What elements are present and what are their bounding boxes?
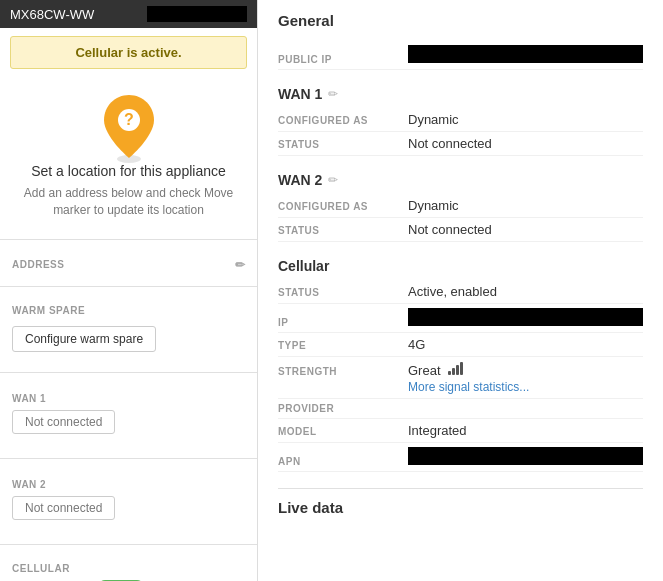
wan2-status-row: STATUS Not connected (278, 218, 643, 242)
cellular-type-val: 4G (408, 337, 643, 352)
divider-wan1 (0, 372, 257, 373)
cellular-status-label: STATUS (278, 287, 408, 298)
cellular-type-label: TYPE (278, 340, 408, 351)
wan2-status-label: STATUS (278, 225, 408, 236)
wan1-status-label: STATUS (278, 139, 408, 150)
cellular-strength-val: Great More signal statistics... (408, 361, 643, 394)
cellular-ip-row: IP (278, 304, 643, 333)
wan2-label: WAN 2 (0, 475, 257, 492)
cellular-strength-label: STRENGTH (278, 366, 408, 377)
cellular-type-row: TYPE 4G (278, 333, 643, 357)
cellular-provider-label: PROVIDER (278, 403, 408, 414)
cellular-apn-label: APN (278, 456, 408, 467)
wan1-configured-row: CONFIGURED AS Dynamic (278, 108, 643, 132)
cellular-model-label: MODEL (278, 426, 408, 437)
public-ip-label: PUBLIC IP (278, 54, 408, 65)
general-table: PUBLIC IP (278, 41, 643, 70)
cellular-status-val: Active, enabled (408, 284, 643, 299)
wan1-header: WAN 1 ✏ (278, 86, 643, 102)
svg-text:?: ? (124, 111, 134, 128)
location-section: ? Set a location for this appliance Add … (0, 77, 257, 229)
cellular-apn-row: APN (278, 443, 643, 472)
location-title: Set a location for this appliance (20, 163, 237, 179)
cellular-table: STATUS Active, enabled IP TYPE 4G STRENG… (278, 280, 643, 472)
general-title: General (278, 12, 643, 29)
cellular-ip-val (408, 308, 643, 326)
wan2-edit-icon[interactable]: ✏ (328, 173, 338, 187)
wan1-configured-val: Dynamic (408, 112, 643, 127)
cellular-apn-val (408, 447, 643, 465)
device-header: MX68CW-WW (0, 0, 257, 28)
cellular-status-row: Integrated Active (0, 576, 257, 581)
wan2-right-title: WAN 2 (278, 172, 322, 188)
wan1-configured-label: CONFIGURED AS (278, 115, 408, 126)
wan2-status-chip: Not connected (12, 496, 115, 520)
configure-warm-spare-button[interactable]: Configure warm spare (12, 326, 156, 352)
cellular-right-title: Cellular (278, 258, 643, 274)
wan2-status-val: Not connected (408, 222, 643, 237)
wan1-right-title: WAN 1 (278, 86, 322, 102)
divider-warm-spare (0, 286, 257, 287)
divider-address (0, 239, 257, 240)
address-label: ADDRESS ✏ (0, 250, 257, 276)
divider-wan2 (0, 458, 257, 459)
cellular-status-row: STATUS Active, enabled (278, 280, 643, 304)
wan1-edit-icon[interactable]: ✏ (328, 87, 338, 101)
strength-bars-icon (448, 361, 463, 375)
wan2-configured-val: Dynamic (408, 198, 643, 213)
cellular-model-row: MODEL Integrated (278, 419, 643, 443)
warm-spare-label: WARM SPARE (0, 297, 257, 320)
live-data-title: Live data (278, 499, 643, 516)
cellular-model-val: Integrated (408, 423, 643, 438)
cellular-strength-row: STRENGTH Great More signal statistics... (278, 357, 643, 399)
address-edit-icon[interactable]: ✏ (235, 258, 246, 272)
cellular-section: CELLULAR Integrated Active (0, 555, 257, 581)
right-panel: General PUBLIC IP WAN 1 ✏ CONFIGURED AS … (258, 0, 663, 581)
device-id-redacted (147, 6, 247, 22)
wan2-configured-row: CONFIGURED AS Dynamic (278, 194, 643, 218)
device-name: MX68CW-WW (10, 7, 94, 22)
wan1-table: CONFIGURED AS Dynamic STATUS Not connect… (278, 108, 643, 156)
wan1-section: WAN 1 Not connected (0, 383, 257, 448)
cellular-ip-label: IP (278, 317, 408, 328)
wan2-section: WAN 2 Not connected (0, 469, 257, 534)
wan2-configured-label: CONFIGURED AS (278, 201, 408, 212)
wan1-status-val: Not connected (408, 136, 643, 151)
public-ip-value (408, 45, 643, 63)
right-divider (278, 488, 643, 489)
location-icon: ? (99, 93, 159, 153)
left-panel: MX68CW-WW Cellular is active. ? Set a lo… (0, 0, 258, 581)
cellular-label: CELLULAR (0, 559, 257, 576)
wan2-header: WAN 2 ✏ (278, 172, 643, 188)
cellular-banner: Cellular is active. (10, 36, 247, 69)
wan2-table: CONFIGURED AS Dynamic STATUS Not connect… (278, 194, 643, 242)
more-signal-link[interactable]: More signal statistics... (408, 380, 643, 394)
wan1-status-chip: Not connected (12, 410, 115, 434)
public-ip-row: PUBLIC IP (278, 41, 643, 70)
wan1-label: WAN 1 (0, 389, 257, 406)
cellular-provider-row: PROVIDER (278, 399, 643, 419)
location-desc: Add an address below and check Move mark… (20, 185, 237, 219)
wan1-status-row: STATUS Not connected (278, 132, 643, 156)
divider-cellular (0, 544, 257, 545)
